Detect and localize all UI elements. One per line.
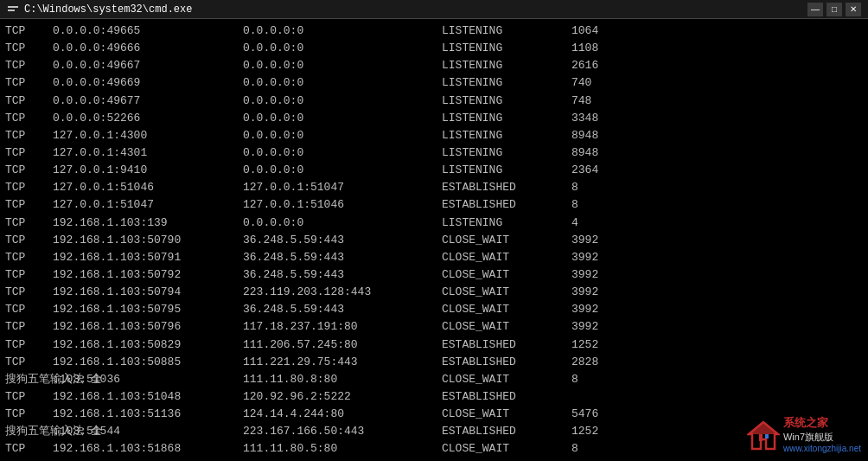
table-row: TCP192.168.1.103:51868111.11.80.5:80CLOS… — [5, 440, 863, 458]
svg-rect-2 — [8, 10, 15, 11]
watermark-line2: Win7旗舰版 — [783, 431, 861, 443]
table-row: TCP192.168.1.103:1390.0.0.0:0LISTENING4 — [5, 214, 863, 232]
table-row: TCP192.168.1.103:50829111.206.57.245:80E… — [5, 336, 863, 354]
table-row: TCP127.0.0.1:43010.0.0.0:0LISTENING8948 — [5, 144, 863, 162]
table-row: TCP0.0.0.0:496690.0.0.0:0LISTENING740 — [5, 74, 863, 92]
table-row: TCP0.0.0.0:496670.0.0.0:0LISTENING2616 — [5, 57, 863, 74]
watermark-text-block: 系统之家 Win7旗舰版 www.xitongzhijia.net — [783, 416, 861, 454]
table-row: TCP192.168.1.103:5079136.248.5.59:443CLO… — [5, 249, 863, 266]
table-row: TCP192.168.1.103:51136124.14.4.244:80CLO… — [5, 406, 863, 423]
table-row: TCP127.0.0.1:51047127.0.0.1:51046ESTABLI… — [5, 196, 863, 214]
watermark-house-icon — [747, 419, 780, 451]
table-row: TCP127.0.0.1:94100.0.0.0:0LISTENING2364 — [5, 162, 863, 179]
table-row: TCP0.0.0.0:522660.0.0.0:0LISTENING3348 — [5, 110, 863, 127]
svg-marker-4 — [749, 422, 778, 434]
close-button[interactable]: ✕ — [846, 3, 861, 16]
table-row: TCP192.168.1.103:5079536.248.5.59:443CLO… — [5, 301, 863, 318]
watermark-sub: www.xitongzhijia.net — [783, 443, 861, 454]
table-row: TCP192.168.1.103:51048120.92.96.2:5222ES… — [5, 388, 863, 406]
watermark-line1: 系统之家 — [783, 416, 861, 431]
svg-rect-5 — [759, 434, 763, 441]
title-bar-title: C:\Windows\system32\cmd.exe — [24, 3, 192, 16]
minimize-button[interactable]: — — [807, 3, 823, 16]
svg-rect-1 — [8, 6, 18, 8]
table-row: TCP0.0.0.0:496650.0.0.0:0LISTENING1064 — [5, 22, 863, 40]
table-row: TCP127.0.0.1:43000.0.0.0:0LISTENING8948 — [5, 127, 863, 144]
watermark: 系统之家 Win7旗舰版 www.xitongzhijia.net — [747, 416, 861, 454]
table-row: 搜狗五笔输入法 全:103:51036111.11.80.8:80CLOSE_W… — [5, 371, 863, 388]
table-row: TCP192.168.1.103:5079236.248.5.59:443CLO… — [5, 266, 863, 284]
svg-rect-6 — [765, 434, 769, 439]
title-bar-left: C:\Windows\system32\cmd.exe — [7, 3, 192, 16]
table-row: TCP192.168.1.103:50794223.119.203.128:44… — [5, 284, 863, 301]
table-row: TCP192.168.1.103:50885111.221.29.75:443E… — [5, 354, 863, 371]
table-row: TCP0.0.0.0:496770.0.0.0:0LISTENING748 — [5, 93, 863, 110]
table-row: 搜狗五笔输入法 全:103:51544223.167.166.50:443EST… — [5, 423, 863, 440]
title-bar-controls: — □ ✕ — [807, 3, 861, 16]
table-row: TCP0.0.0.0:496660.0.0.0:0LISTENING1108 — [5, 40, 863, 57]
table-row: TCP192.168.1.103:5079036.248.5.59:443CLO… — [5, 232, 863, 249]
table-row: TCP192.168.1.103:50796117.18.237.191:80C… — [5, 318, 863, 336]
table-row: TCP127.0.0.1:51046127.0.0.1:51047ESTABLI… — [5, 179, 863, 196]
title-bar: C:\Windows\system32\cmd.exe — □ ✕ — [0, 0, 868, 19]
table-row: TCP192.168.1.103:51869111.11.80.5:80CLOS… — [5, 458, 863, 461]
cmd-icon — [7, 3, 19, 16]
maximize-button[interactable]: □ — [827, 3, 842, 16]
cmd-content: TCP0.0.0.0:496650.0.0.0:0LISTENING1064TC… — [0, 19, 868, 461]
